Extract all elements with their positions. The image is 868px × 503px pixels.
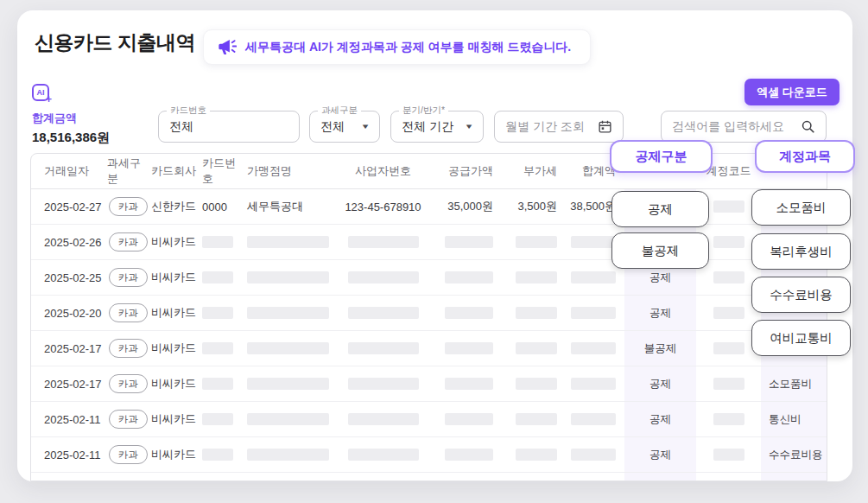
- credit-card-expense-panel: 신용카드 지출내역 세무특공대 AI가 계정과목과 공제 여부를 매칭해 드렸습…: [17, 10, 852, 481]
- card-number-cell: [198, 296, 243, 330]
- card-number-cell: [198, 260, 243, 295]
- account-name-cell[interactable]: 통신비: [761, 402, 827, 436]
- tax-type-filter[interactable]: 과세구분 전체 ▼: [309, 111, 380, 143]
- supply-amount-cell: [433, 366, 497, 401]
- business-number-cell: [333, 296, 433, 330]
- card-number-filter[interactable]: 카드번호 전체: [158, 111, 300, 143]
- monthly-period-filter[interactable]: 월별 기간 조회: [494, 111, 624, 143]
- header-card-number: 카드번호: [198, 154, 243, 188]
- merchant-cell: [243, 225, 333, 259]
- business-number-cell: [333, 331, 433, 366]
- supply-amount-cell: [433, 437, 497, 472]
- account-chip: 수수료비용: [751, 277, 851, 313]
- page-title: 신용카드 지출내역: [35, 29, 195, 56]
- supply-amount-cell: 35,000원: [433, 189, 497, 224]
- card-company-cell: 비씨카드: [149, 331, 198, 366]
- card-number-cell: [198, 402, 243, 436]
- header-vat: 부가세: [497, 154, 560, 188]
- account-code-cell: [696, 437, 761, 472]
- search-input[interactable]: 검색어를 입력하세요: [661, 111, 827, 143]
- monthly-period-placeholder: 월별 기간 조회: [505, 119, 585, 135]
- card-company-cell: 비씨카드: [149, 260, 198, 295]
- card-company-cell: 비씨카드: [149, 296, 198, 330]
- supply-amount-cell: [433, 225, 497, 259]
- chevron-down-icon: ▼: [360, 123, 370, 131]
- vat-cell: [497, 260, 560, 295]
- card-company-cell: 비씨카드: [149, 437, 198, 472]
- card-number-filter-label: 카드번호: [167, 105, 210, 117]
- date-cell: 2025-02-26: [31, 225, 107, 259]
- total-amount-cell: [560, 331, 624, 366]
- total-amount-cell: [560, 296, 624, 330]
- date-cell: 2025-02-11: [31, 402, 107, 436]
- vat-cell: [497, 225, 560, 259]
- deduction-chip: 공제: [611, 191, 709, 227]
- card-number-cell: [198, 331, 243, 366]
- tax-type-badge: 카과: [109, 339, 148, 358]
- date-cell: 2025-02-27: [31, 189, 107, 224]
- card-company-cell: 비씨카드: [149, 225, 198, 259]
- deduction-cell[interactable]: 공제: [624, 437, 696, 472]
- quarter-filter[interactable]: 분기/반기* 전체 기간 ▼: [390, 111, 484, 143]
- total-amount-cell: [560, 437, 624, 472]
- tax-type-badge: 카과: [109, 197, 148, 216]
- vat-cell: [497, 366, 560, 401]
- supply-amount-cell: [433, 296, 497, 330]
- search-placeholder: 검색어를 입력하세요: [672, 119, 784, 135]
- vat-cell: 3,500원: [497, 189, 560, 224]
- tax-type-badge: 카과: [109, 445, 148, 464]
- table-row[interactable]: 2025-02-17 카과 비씨카드 공제 소모품비: [31, 366, 827, 402]
- excel-download-button[interactable]: 엑셀 다운로드: [744, 79, 839, 105]
- card-company-cell: 비씨카드: [149, 366, 198, 401]
- account-code-cell: [696, 366, 761, 401]
- deduction-column-callout: 공제구분: [610, 140, 713, 173]
- date-cell: 2025-02-20: [31, 296, 107, 330]
- search-icon[interactable]: [801, 119, 815, 134]
- table-row[interactable]: 2025-02-20 카과 비씨카드 공제: [31, 296, 827, 331]
- account-code-cell: [696, 402, 761, 436]
- supply-amount-cell: [433, 260, 497, 295]
- merchant-cell: [243, 331, 333, 366]
- tax-type-badge: 카과: [109, 232, 148, 252]
- tax-type-badge: 카과: [109, 374, 148, 393]
- table-row-partial: [31, 473, 827, 481]
- account-chip: 소모품비: [751, 189, 851, 226]
- account-name-cell[interactable]: 소모품비: [761, 366, 827, 401]
- business-number-cell: [333, 402, 433, 436]
- header-date: 거래일자: [31, 154, 107, 188]
- tax-type-cell: 카과: [107, 331, 149, 366]
- deduction-cell[interactable]: 공제: [624, 366, 696, 401]
- header-supply-amount: 공급가액: [433, 154, 497, 188]
- account-chip: 복리후생비: [751, 233, 851, 270]
- deduction-cell[interactable]: 공제: [624, 296, 696, 330]
- card-number-cell: [198, 366, 243, 401]
- business-number-cell: [333, 225, 433, 259]
- tax-type-cell: 카과: [107, 402, 149, 436]
- deduction-cell[interactable]: 공제: [624, 402, 696, 436]
- table-row[interactable]: 2025-02-25 카과 비씨카드 공제: [31, 260, 827, 296]
- account-chip: 여비교통비: [751, 320, 851, 356]
- header-tax-type: 과세구분: [107, 154, 149, 188]
- quarter-filter-label: 분기/반기*: [399, 105, 448, 117]
- ai-match-banner: 세무특공대 AI가 계정과목과 공제 여부를 매칭해 드렸습니다.: [203, 29, 591, 65]
- account-name-cell[interactable]: 수수료비용: [761, 437, 827, 472]
- merchant-cell: [243, 296, 333, 330]
- supply-amount-cell: [433, 402, 497, 436]
- calendar-icon[interactable]: [598, 119, 612, 134]
- tax-type-cell: 카과: [107, 437, 149, 472]
- header-merchant: 가맹점명: [243, 154, 333, 188]
- table-row[interactable]: 2025-02-17 카과 비씨카드 불공제: [31, 331, 827, 366]
- total-amount-label: 합계금액: [32, 111, 110, 126]
- deduction-cell[interactable]: 불공제: [624, 331, 696, 366]
- card-company-cell: 비씨카드: [149, 402, 198, 436]
- tax-type-filter-value: 전체: [320, 119, 345, 135]
- vat-cell: [497, 402, 560, 436]
- total-amount-value: 18,516,386원: [32, 130, 110, 146]
- tax-type-cell: 카과: [107, 296, 149, 330]
- tax-type-badge: 카과: [109, 410, 148, 429]
- tax-type-cell: 카과: [107, 260, 149, 295]
- ai-add-icon[interactable]: AI +: [32, 84, 49, 101]
- card-number-cell: [198, 437, 243, 472]
- table-row[interactable]: 2025-02-11 카과 비씨카드 공제 통신비: [31, 402, 827, 437]
- table-row[interactable]: 2025-02-11 카과 비씨카드 공제 수수료비용: [31, 437, 827, 473]
